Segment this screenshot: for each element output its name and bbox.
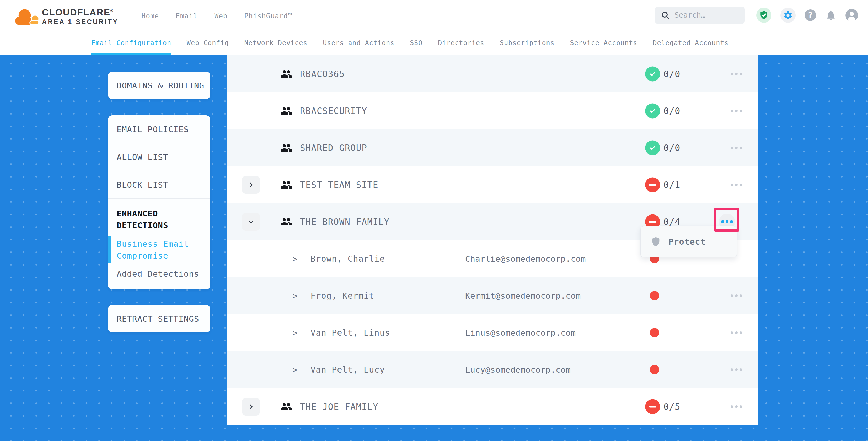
group-icon (280, 143, 293, 153)
chevron-right-icon[interactable]: > (293, 254, 298, 263)
gear-icon (783, 10, 793, 20)
group-name: RBACSECURITY (300, 106, 367, 116)
row-actions-menu-button[interactable] (730, 182, 743, 188)
row-actions-menu-button[interactable] (730, 403, 743, 410)
protected-count: 0/0 (663, 143, 680, 153)
status-red-dot (650, 365, 659, 374)
table-row: RBACO3650/0 (227, 55, 758, 92)
status-ok-badge (645, 103, 660, 118)
search-box[interactable] (655, 6, 745, 24)
protected-count: 0/0 (663, 69, 680, 79)
table-row: >Van Pelt, LinusLinus@somedemocorp.com (227, 314, 758, 351)
group-icon (280, 68, 293, 80)
group-name: THE JOE FAMILY (300, 401, 378, 412)
account-button[interactable] (845, 9, 858, 22)
tab-subscriptions[interactable]: Subscriptions (500, 30, 555, 55)
protected-count: 0/1 (663, 180, 680, 190)
sidebar-item-email-policies[interactable]: EMAIL POLICIES (108, 115, 210, 143)
row-actions-menu-button[interactable] (730, 70, 743, 77)
collapse-group-button[interactable] (242, 213, 260, 231)
search-icon (661, 11, 670, 20)
nav-link-email[interactable]: Email (176, 12, 197, 20)
sidebar-card-domains-routing[interactable]: DOMAINS & ROUTING (108, 71, 210, 99)
status-red-dot (650, 291, 659, 301)
nav-link-home[interactable]: Home (142, 12, 159, 20)
brand-text: CLOUDFLARE® AREA 1 SECURITY (42, 8, 119, 25)
row-actions-menu-button[interactable] (730, 107, 743, 114)
expand-group-button[interactable] (242, 398, 260, 416)
expand-group-button[interactable] (242, 176, 260, 194)
group-icon (280, 105, 293, 117)
row-actions-menu-button[interactable] (730, 292, 743, 299)
tab-directories[interactable]: Directories (438, 30, 484, 55)
status-blocked-badge (645, 177, 660, 192)
chevron-right-icon[interactable]: > (293, 291, 298, 300)
sidebar-section-enhanced-detections: ENHANCED DETECTIONS Business Email Compr… (108, 199, 210, 289)
shield-check-icon (759, 10, 769, 20)
search-input[interactable] (674, 10, 733, 20)
person-email: Charlie@somedemocorp.com (465, 254, 586, 263)
nav-link-phishguard[interactable]: PhishGuard™ (244, 12, 292, 20)
chevron-right-icon[interactable]: > (293, 328, 298, 337)
tab-sso[interactable]: SSO (410, 30, 423, 55)
status-blocked-badge (645, 399, 660, 414)
table-row: TEST TEAM SITE0/1 (227, 166, 758, 203)
help-button[interactable]: ? (805, 9, 816, 21)
enhanced-detections-heading: ENHANCED DETECTIONS (117, 208, 202, 231)
row-actions-menu-button[interactable] (730, 366, 743, 373)
table-row: RBACSECURITY0/0 (227, 92, 758, 129)
group-name: SHARED_GROUP (300, 143, 367, 153)
row-actions-menu-button[interactable] (730, 145, 743, 151)
row-actions-menu-button[interactable] (730, 329, 743, 336)
nav-link-web[interactable]: Web (215, 12, 228, 20)
person-name: Brown, Charlie (310, 254, 385, 264)
sidebar-card-policies: EMAIL POLICIES ALLOW LIST BLOCK LIST ENH… (108, 115, 210, 289)
cloudflare-logo[interactable]: CLOUDFLARE® AREA 1 SECURITY (15, 3, 119, 28)
active-item-indicator-bar (108, 236, 111, 263)
sidebar-item-retract-settings[interactable]: RETRACT SETTINGS (108, 314, 199, 323)
bec-label: Business Email Compromise (117, 239, 189, 260)
protected-count: 0/4 (663, 217, 680, 227)
menu-item-protect[interactable]: Protect (669, 237, 706, 247)
person-email: Kermit@somedemocorp.com (465, 291, 581, 301)
group-icon (280, 216, 293, 227)
sidebar-item-allow-list[interactable]: ALLOW LIST (108, 143, 210, 171)
table-row: SHARED_GROUP0/0 (227, 129, 758, 166)
person-name: Van Pelt, Linus (310, 328, 390, 338)
tab-delegated-accounts[interactable]: Delegated Accounts (653, 30, 728, 55)
tab-users-and-actions[interactable]: Users and Actions (323, 30, 394, 55)
tab-service-accounts[interactable]: Service Accounts (570, 30, 638, 55)
chevron-right-icon[interactable]: > (293, 365, 298, 374)
settings-button[interactable] (780, 8, 796, 23)
sidebar-card-retract-settings[interactable]: RETRACT SETTINGS (108, 305, 210, 333)
sidebar-item-added-detections[interactable]: Added Detections (117, 269, 202, 278)
shield-icon (651, 236, 661, 248)
tab-web-config[interactable]: Web Config (187, 30, 229, 55)
group-name: RBACO365 (300, 69, 345, 79)
protected-count: 0/5 (663, 401, 680, 412)
notifications-button[interactable] (825, 9, 837, 21)
chevron-right-icon (248, 403, 254, 410)
security-status-button[interactable] (756, 8, 772, 23)
status-ok-badge (645, 140, 660, 155)
group-name: TEST TEAM SITE (300, 180, 378, 190)
status-ok-badge (645, 66, 660, 81)
row-context-menu: Protect (640, 226, 737, 257)
brand-reg-mark: ® (111, 9, 114, 13)
sidebar-item-domains-routing[interactable]: DOMAINS & ROUTING (108, 81, 204, 90)
help-icon: ? (805, 9, 816, 21)
top-header: CLOUDFLARE® AREA 1 SECURITY Home Email W… (0, 0, 868, 30)
person-email: Linus@somedemocorp.com (465, 328, 576, 338)
sidebar-item-block-list[interactable]: BLOCK LIST (108, 171, 210, 199)
tab-email-configuration[interactable]: Email Configuration (91, 30, 171, 55)
avatar-icon (845, 9, 858, 22)
brand-line1: CLOUDFLARE (42, 7, 111, 17)
tab-network-devices[interactable]: Network Devices (244, 30, 308, 55)
chevron-down-icon (248, 218, 254, 225)
cloudflare-cloud-icon (15, 6, 39, 28)
protected-count: 0/0 (663, 106, 680, 116)
status-red-dot (650, 328, 659, 338)
group-table-panel: RBACO3650/0RBACSECURITY0/0SHARED_GROUP0/… (227, 55, 758, 425)
sidebar-item-business-email-compromise[interactable]: Business Email Compromise (117, 238, 202, 262)
group-name: THE BROWN FAMILY (300, 217, 390, 227)
